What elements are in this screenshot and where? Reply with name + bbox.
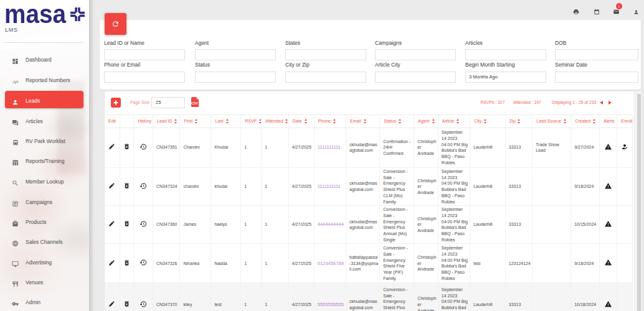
svg-text:CSV: CSV	[191, 101, 198, 105]
